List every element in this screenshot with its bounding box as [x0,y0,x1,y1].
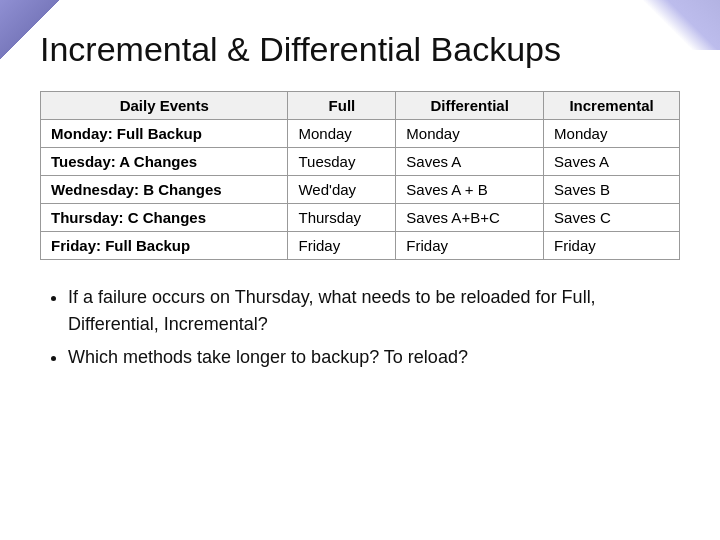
table-cell: Thursday [288,204,396,232]
table-cell: Friday [288,232,396,260]
table-cell: Monday [396,120,544,148]
table-cell: Wed'day [288,176,396,204]
table-cell: Thursday: C Changes [41,204,288,232]
page-content: Incremental & Differential Backups Daily… [0,0,720,397]
col-header-differential: Differential [396,92,544,120]
table-cell: Tuesday [288,148,396,176]
col-header-daily: Daily Events [41,92,288,120]
table-cell: Friday: Full Backup [41,232,288,260]
table-row: Thursday: C ChangesThursdaySaves A+B+CSa… [41,204,680,232]
table-cell: Saves A [544,148,680,176]
table-cell: Friday [544,232,680,260]
table-row: Tuesday: A ChangesTuesdaySaves ASaves A [41,148,680,176]
table-cell: Wednesday: B Changes [41,176,288,204]
table-cell: Saves B [544,176,680,204]
backup-table: Daily Events Full Differential Increment… [40,91,680,260]
table-row: Friday: Full BackupFridayFridayFriday [41,232,680,260]
table-row: Wednesday: B ChangesWed'daySaves A + BSa… [41,176,680,204]
corner-decoration-tl [0,0,60,60]
bullet-item: Which methods take longer to backup? To … [68,344,680,371]
table-cell: Friday [396,232,544,260]
table-cell: Monday: Full Backup [41,120,288,148]
page-title: Incremental & Differential Backups [40,30,680,69]
table-cell: Saves A+B+C [396,204,544,232]
table-cell: Saves C [544,204,680,232]
table-cell: Saves A + B [396,176,544,204]
bullet-item: If a failure occurs on Thursday, what ne… [68,284,680,338]
table-cell: Tuesday: A Changes [41,148,288,176]
table-row: Monday: Full BackupMondayMondayMonday [41,120,680,148]
table-cell: Monday [288,120,396,148]
table-cell: Saves A [396,148,544,176]
table-header-row: Daily Events Full Differential Increment… [41,92,680,120]
corner-decoration-tr [640,0,720,50]
col-header-full: Full [288,92,396,120]
col-header-incremental: Incremental [544,92,680,120]
bullet-list: If a failure occurs on Thursday, what ne… [40,284,680,371]
table-cell: Monday [544,120,680,148]
